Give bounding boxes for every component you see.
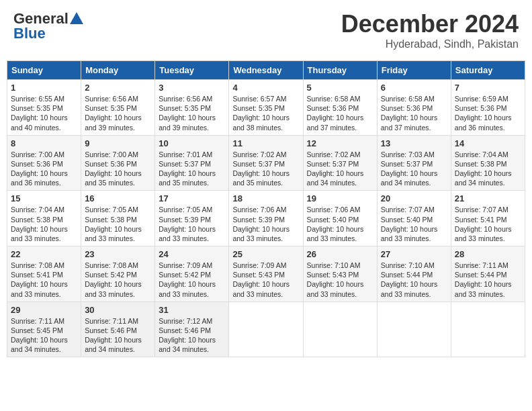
daylight: Daylight: 10 hours and 40 minutes. (11, 113, 77, 132)
daylight: Daylight: 10 hours and 36 minutes. (11, 169, 77, 187)
table-row: 2Sunrise: 6:56 AMSunset: 5:35 PMDaylight… (81, 80, 155, 136)
day-number: 23 (85, 249, 151, 259)
sunset: Sunset: 5:42 PM (85, 270, 151, 279)
sunset: Sunset: 5:39 PM (159, 215, 225, 224)
sunrise: Sunrise: 6:58 AM (307, 94, 373, 103)
sunrise: Sunrise: 7:09 AM (159, 261, 225, 270)
day-number: 4 (232, 83, 299, 93)
table-row (229, 302, 303, 357)
daylight: Daylight: 10 hours and 35 minutes. (159, 169, 225, 187)
calendar-week-row: 22Sunrise: 7:08 AMSunset: 5:41 PMDayligh… (7, 246, 525, 302)
table-row: 12Sunrise: 7:02 AMSunset: 5:37 PMDayligh… (303, 135, 377, 191)
daylight: Daylight: 10 hours and 33 minutes. (159, 224, 225, 243)
day-number: 27 (381, 249, 447, 259)
day-number: 2 (85, 83, 151, 93)
day-number: 30 (85, 305, 151, 315)
sunrise: Sunrise: 7:02 AM (307, 150, 373, 159)
col-saturday: Saturday (451, 61, 525, 80)
day-number: 16 (85, 193, 151, 203)
daylight: Daylight: 10 hours and 33 minutes. (455, 224, 521, 243)
sunset: Sunset: 5:35 PM (232, 103, 299, 113)
col-wednesday: Wednesday (229, 61, 303, 80)
sunset: Sunset: 5:45 PM (11, 326, 77, 335)
day-number: 5 (307, 83, 373, 93)
table-row: 25Sunrise: 7:09 AMSunset: 5:43 PMDayligh… (229, 246, 303, 302)
calendar-week-row: 8Sunrise: 7:00 AMSunset: 5:36 PMDaylight… (7, 135, 525, 191)
daylight: Daylight: 10 hours and 39 minutes. (85, 113, 151, 132)
daylight: Daylight: 10 hours and 36 minutes. (455, 113, 521, 132)
sunrise: Sunrise: 7:03 AM (381, 150, 447, 159)
sunset: Sunset: 5:35 PM (85, 103, 151, 113)
table-row: 26Sunrise: 7:10 AMSunset: 5:43 PMDayligh… (303, 246, 377, 302)
table-row: 3Sunrise: 6:56 AMSunset: 5:35 PMDaylight… (155, 80, 229, 136)
sunrise: Sunrise: 6:58 AM (381, 94, 447, 103)
sunset: Sunset: 5:36 PM (381, 103, 447, 113)
daylight: Daylight: 10 hours and 34 minutes. (381, 169, 447, 187)
calendar-week-row: 15Sunrise: 7:04 AMSunset: 5:38 PMDayligh… (7, 191, 525, 246)
table-row: 14Sunrise: 7:04 AMSunset: 5:38 PMDayligh… (451, 135, 525, 191)
sunset: Sunset: 5:46 PM (159, 326, 225, 335)
sunrise: Sunrise: 7:04 AM (455, 150, 521, 159)
sunrise: Sunrise: 7:10 AM (307, 261, 373, 270)
sunrise: Sunrise: 7:11 AM (85, 316, 151, 326)
table-row: 9Sunrise: 7:00 AMSunset: 5:36 PMDaylight… (81, 135, 155, 191)
sunset: Sunset: 5:36 PM (11, 159, 77, 169)
table-row: 22Sunrise: 7:08 AMSunset: 5:41 PMDayligh… (7, 246, 81, 302)
logo-triangle-icon (70, 11, 83, 24)
day-number: 13 (381, 138, 447, 148)
sunset: Sunset: 5:35 PM (11, 103, 77, 113)
sunset: Sunset: 5:46 PM (85, 326, 151, 335)
day-number: 24 (159, 249, 225, 259)
sunrise: Sunrise: 7:11 AM (11, 316, 77, 326)
col-sunday: Sunday (7, 61, 81, 80)
sunrise: Sunrise: 7:04 AM (11, 205, 77, 214)
sunrise: Sunrise: 7:06 AM (232, 205, 299, 214)
table-row: 31Sunrise: 7:12 AMSunset: 5:46 PMDayligh… (155, 302, 229, 357)
day-number: 17 (159, 193, 225, 203)
sunset: Sunset: 5:36 PM (455, 103, 521, 113)
calendar-week-row: 1Sunrise: 6:55 AMSunset: 5:35 PMDaylight… (7, 80, 525, 136)
location: Hyderabad, Sindh, Pakistan (341, 38, 519, 50)
sunrise: Sunrise: 7:08 AM (85, 261, 151, 270)
svg-marker-0 (70, 12, 83, 24)
sunset: Sunset: 5:37 PM (232, 159, 299, 169)
sunrise: Sunrise: 7:05 AM (85, 205, 151, 214)
day-number: 25 (232, 249, 299, 259)
day-number: 8 (11, 138, 77, 148)
table-row: 4Sunrise: 6:57 AMSunset: 5:35 PMDaylight… (229, 80, 303, 136)
sunrise: Sunrise: 7:11 AM (455, 261, 521, 270)
day-number: 10 (159, 138, 225, 148)
table-row: 8Sunrise: 7:00 AMSunset: 5:36 PMDaylight… (7, 135, 81, 191)
day-number: 14 (455, 138, 521, 148)
sunrise: Sunrise: 7:01 AM (159, 150, 225, 159)
day-number: 22 (11, 249, 77, 259)
daylight: Daylight: 10 hours and 38 minutes. (232, 113, 299, 132)
table-row: 19Sunrise: 7:06 AMSunset: 5:40 PMDayligh… (303, 191, 377, 246)
sunset: Sunset: 5:37 PM (307, 159, 373, 169)
daylight: Daylight: 10 hours and 33 minutes. (232, 279, 299, 298)
table-row: 1Sunrise: 6:55 AMSunset: 5:35 PMDaylight… (7, 80, 81, 136)
day-number: 19 (307, 193, 373, 203)
table-row (303, 302, 377, 357)
daylight: Daylight: 10 hours and 33 minutes. (307, 224, 373, 243)
daylight: Daylight: 10 hours and 33 minutes. (381, 224, 447, 243)
sunset: Sunset: 5:36 PM (85, 159, 151, 169)
day-number: 28 (455, 249, 521, 259)
sunrise: Sunrise: 7:08 AM (11, 261, 77, 270)
sunrise: Sunrise: 7:06 AM (307, 205, 373, 214)
sunset: Sunset: 5:38 PM (85, 215, 151, 224)
daylight: Daylight: 10 hours and 33 minutes. (85, 279, 151, 298)
daylight: Daylight: 10 hours and 33 minutes. (455, 279, 521, 298)
sunrise: Sunrise: 6:59 AM (455, 94, 521, 103)
sunset: Sunset: 5:38 PM (11, 215, 77, 224)
daylight: Daylight: 10 hours and 35 minutes. (232, 169, 299, 187)
sunrise: Sunrise: 7:12 AM (159, 316, 225, 326)
table-row: 27Sunrise: 7:10 AMSunset: 5:44 PMDayligh… (377, 246, 451, 302)
day-number: 12 (307, 138, 373, 148)
table-row: 17Sunrise: 7:05 AMSunset: 5:39 PMDayligh… (155, 191, 229, 246)
logo: General Blue (13, 10, 83, 42)
sunset: Sunset: 5:39 PM (232, 215, 299, 224)
day-number: 7 (455, 83, 521, 93)
daylight: Daylight: 10 hours and 33 minutes. (159, 279, 225, 298)
table-row: 5Sunrise: 6:58 AMSunset: 5:36 PMDaylight… (303, 80, 377, 136)
